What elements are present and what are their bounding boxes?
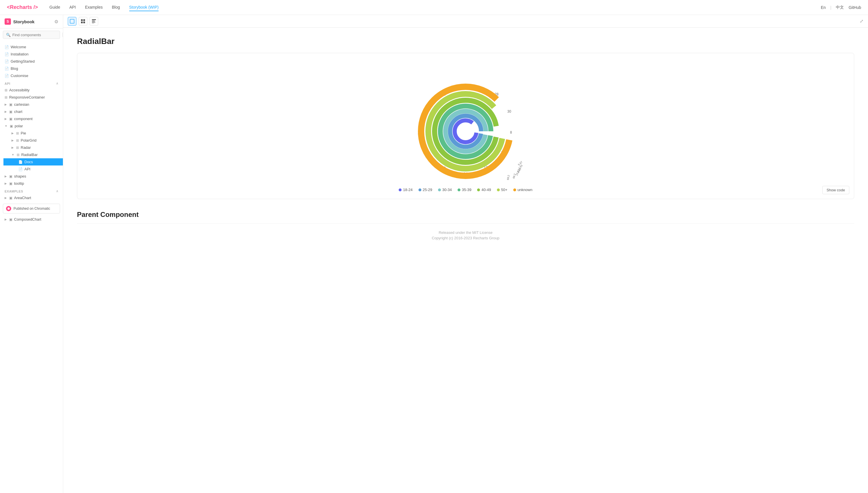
sidebar-item-tooltip[interactable]: ▶ ▣ tooltip xyxy=(0,180,63,187)
sidebar-item-areachart[interactable]: ▶ ▣ AreaChart xyxy=(0,194,63,201)
folder-icon: ▣ xyxy=(9,174,12,178)
chart-area: 26 28 30 8 10 12 14 16 18 20 22 24 xyxy=(84,62,847,192)
folder-icon: ▣ xyxy=(9,110,12,114)
sidebar-item-blog[interactable]: 📄 Blog xyxy=(0,65,63,72)
sidebar-item-welcome[interactable]: 📄 Welcome xyxy=(0,43,63,50)
github-link[interactable]: GitHub xyxy=(848,5,861,10)
examples-section-label: EXAMPLES ∧ xyxy=(0,187,63,194)
doc-icon: 📄 xyxy=(5,45,9,49)
sidebar-item-label: API xyxy=(24,167,30,171)
fullscreen-button[interactable]: ⤢ xyxy=(860,18,863,24)
grid-view-button[interactable] xyxy=(79,17,87,26)
page-title: RadialBar xyxy=(77,37,854,46)
sidebar-item-label: cartesian xyxy=(14,102,29,107)
storybook-logo-icon: S xyxy=(5,18,11,25)
group-arrow-icon: ▼ xyxy=(5,124,7,128)
folder-icon: ▣ xyxy=(9,217,12,221)
svg-rect-6 xyxy=(92,21,95,21)
center-circle xyxy=(459,125,472,137)
doc-icon: 📄 xyxy=(5,52,9,56)
docs-view-button[interactable] xyxy=(90,17,98,26)
legend-label: 35-39 xyxy=(462,188,471,192)
sidebar-item-label: chart xyxy=(14,109,22,114)
sidebar-item-api[interactable]: 📄 API xyxy=(3,166,63,173)
svg-rect-5 xyxy=(92,19,96,20)
legend-item-30-34: 30-34 xyxy=(438,188,452,192)
lang-en[interactable]: En xyxy=(821,5,826,10)
sidebar-item-gettingstarted[interactable]: 📄 GettingStarted xyxy=(0,58,63,65)
sidebar-item-customise[interactable]: 📄 Customise xyxy=(0,72,63,79)
search-input[interactable] xyxy=(12,33,61,37)
sidebar-item-label: RadialBar xyxy=(21,153,38,157)
chart-label-30: 30 xyxy=(507,109,511,113)
group-arrow-icon: ▶ xyxy=(12,146,14,149)
sidebar-item-polar[interactable]: ▼ ▣ polar xyxy=(0,122,63,130)
sidebar-nav: 📄 Welcome 📄 Installation 📄 GettingStarte… xyxy=(0,41,63,493)
doc-icon: 📄 xyxy=(18,167,23,171)
nav-blog[interactable]: Blog xyxy=(112,4,120,11)
brand-logo[interactable]: <Recharts /> xyxy=(7,4,38,10)
nav-examples[interactable]: Examples xyxy=(85,4,103,11)
sidebar-item-pie[interactable]: ▶ ⊞ Pie xyxy=(3,130,63,137)
collapse-icon[interactable]: ∧ xyxy=(56,189,59,193)
single-story-button[interactable] xyxy=(68,17,76,26)
sidebar-item-label: ResponsiveContainer xyxy=(9,95,45,100)
sidebar-item-shapes[interactable]: ▶ ▣ shapes xyxy=(0,173,63,180)
sidebar-item-component[interactable]: ▶ ▣ component xyxy=(0,115,63,122)
grid-icon: ⊞ xyxy=(16,138,19,143)
sidebar-item-polargrid[interactable]: ▶ ⊞ PolarGrid xyxy=(3,137,63,144)
svg-rect-2 xyxy=(83,19,85,21)
sidebar-item-chart[interactable]: ▶ ▣ chart xyxy=(0,108,63,115)
show-code-button[interactable]: Show code xyxy=(822,186,849,194)
legend-label: 50+ xyxy=(501,188,508,192)
search-box[interactable]: 🔍 / xyxy=(3,31,60,39)
legend-item-40-49: 40-49 xyxy=(477,188,491,192)
folder-icon: ▣ xyxy=(9,196,12,200)
legend-label: 40-49 xyxy=(482,188,491,192)
sidebar-item-composedchart[interactable]: ▶ ▣ ComposedChart xyxy=(0,216,63,223)
grid-icon: ⊞ xyxy=(5,95,7,100)
sidebar-item-installation[interactable]: 📄 Installation xyxy=(0,50,63,58)
group-arrow-icon: ▶ xyxy=(5,103,7,106)
group-arrow-icon: ▶ xyxy=(12,132,14,135)
value-label-1: 69.2 xyxy=(506,175,510,180)
search-icon: 🔍 xyxy=(6,33,10,37)
chart-label-8: 8 xyxy=(510,130,512,134)
legend-item-25-29: 25-29 xyxy=(419,188,432,192)
group-arrow-icon: ▶ xyxy=(5,117,7,121)
legend-label: unknown xyxy=(517,188,533,192)
section-title-parent: Parent Component xyxy=(77,211,854,219)
sidebar-header: S Storybook ⚙ xyxy=(0,15,63,28)
collapse-icon[interactable]: ∧ xyxy=(56,82,59,85)
sidebar-item-radialbar[interactable]: ▼ ⊞ RadialBar xyxy=(3,151,63,158)
sidebar-item-label: AreaChart xyxy=(14,196,31,200)
sidebar-item-label: PolarGrid xyxy=(21,138,37,143)
sidebar-item-responsivecontainer[interactable]: ⊞ ResponsiveContainer xyxy=(0,94,63,101)
sidebar: S Storybook ⚙ 🔍 / 📄 Welcome 📄 Installati… xyxy=(0,15,63,493)
lang-divider: | xyxy=(830,5,831,10)
sidebar-item-label: component xyxy=(14,116,32,121)
legend-item-35-39: 35-39 xyxy=(458,188,471,192)
nav-right: En | 中文 GitHub xyxy=(821,5,861,10)
nav-storybook[interactable]: Storybook (WIP) xyxy=(129,4,159,11)
chart-container: 26 28 30 8 10 12 14 16 18 20 22 24 xyxy=(77,53,854,199)
settings-icon[interactable]: ⚙ xyxy=(54,19,58,24)
top-navigation: <Recharts /> Guide API Examples Blog Sto… xyxy=(0,0,868,15)
svg-rect-8 xyxy=(92,23,94,23)
svg-rect-3 xyxy=(81,22,83,23)
api-section-label: API ∧ xyxy=(0,79,63,86)
lang-zh[interactable]: 中文 xyxy=(836,5,844,10)
sidebar-item-cartesian[interactable]: ▶ ▣ cartesian xyxy=(0,101,63,108)
sidebar-title: Storybook xyxy=(13,19,52,24)
sidebar-item-radar[interactable]: ▶ ⊞ Radar xyxy=(3,144,63,151)
sidebar-item-docs[interactable]: 📄 Docs xyxy=(3,158,63,166)
app-layout: S Storybook ⚙ 🔍 / 📄 Welcome 📄 Installati… xyxy=(0,15,868,493)
nav-guide[interactable]: Guide xyxy=(49,4,60,11)
sidebar-item-accessibility[interactable]: ⊞ Accessibility xyxy=(0,86,63,94)
sidebar-item-label: Accessibility xyxy=(9,88,29,92)
nav-api[interactable]: API xyxy=(69,4,76,11)
sidebar-item-label: Installation xyxy=(10,52,28,56)
published-on-chromatic[interactable]: Published on Chromatic xyxy=(3,204,60,213)
published-label: Published on Chromatic xyxy=(14,207,50,211)
grid-icon: ⊞ xyxy=(16,131,19,135)
